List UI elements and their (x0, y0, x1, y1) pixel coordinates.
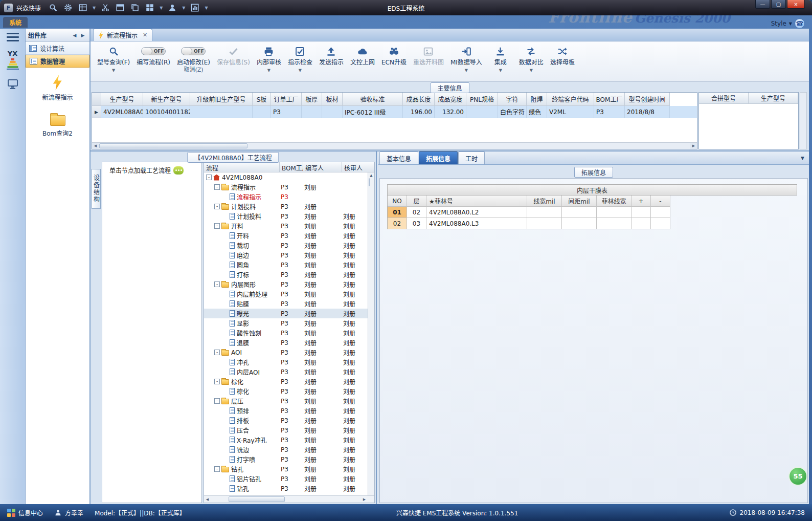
tree-row[interactable]: 层压 P3 刘册 刘册 (204, 396, 374, 406)
grid-cell[interactable] (253, 106, 271, 118)
chevron-down-icon[interactable]: ▼ (789, 21, 792, 26)
grid-cell[interactable]: 2018/8/8 (625, 106, 670, 118)
tree-row[interactable]: 棕化 P3 刘册 刘册 (204, 386, 374, 396)
component-item[interactable]: Bom查询2 (42, 112, 73, 137)
tree-row[interactable]: X-Ray冲孔 P3 刘册 刘册 (204, 435, 374, 445)
ribbon-button-integrate[interactable]: 集成 ▼ (486, 44, 515, 75)
table-cell[interactable] (527, 218, 562, 229)
table-column-header[interactable]: 间距mil (562, 196, 597, 207)
tree-row[interactable]: 裁切 P3 刘册 刘册 (204, 241, 374, 250)
monitor-icon[interactable] (7, 78, 19, 90)
grid-column-header[interactable]: 板厚 (302, 93, 322, 106)
grid-column-header[interactable]: 成品宽度 (435, 93, 466, 106)
scroll-right-icon[interactable]: ▶ (361, 496, 368, 503)
grid-column-header[interactable]: 板材 (322, 93, 343, 106)
tree-expander-icon[interactable] (214, 398, 220, 404)
tree-row[interactable]: 开料 P3 刘册 刘册 (204, 221, 374, 231)
scroll-left-icon[interactable]: ◀ (92, 143, 99, 149)
grid-cell[interactable] (190, 106, 253, 118)
grid-column-header[interactable]: S板 (253, 93, 271, 106)
current-user[interactable]: 方幸幸 (54, 508, 83, 517)
ribbon-button-model-query[interactable]: 型号查询(F) ▼ (95, 44, 132, 75)
tree-expander-icon[interactable] (214, 466, 220, 472)
tree-row[interactable]: AOI P3 刘册 刘册 (204, 348, 374, 357)
table-column-header[interactable]: + (631, 196, 651, 207)
table-cell[interactable]: 4V2ML088A0.L3 (426, 218, 527, 229)
table-cell[interactable] (562, 218, 597, 229)
maximize-button[interactable]: ▢ (771, 0, 786, 9)
ribbon-button-instruction-check[interactable]: 指示检查 ▼ (285, 44, 315, 75)
cancel-action-label[interactable]: 取消(Z) (184, 67, 203, 73)
grid-column-header[interactable]: 型号创建时间 (625, 93, 670, 106)
scissors-icon[interactable] (100, 2, 111, 13)
scroll-right-icon[interactable]: ▶ (690, 143, 697, 149)
grid-cell[interactable]: 4V2ML088A0 (101, 106, 143, 118)
table-cell[interactable] (597, 218, 631, 229)
info-center-button[interactable]: 信息中心 (7, 508, 43, 517)
dropdown-caret-icon[interactable]: ▼ (530, 68, 533, 73)
detail-tab[interactable]: 基本信息 (379, 151, 418, 164)
grid-column-header[interactable]: BOM工厂 (594, 93, 625, 106)
tree-row[interactable]: 内层AOI P3 刘册 刘册 (204, 367, 374, 377)
dropdown-caret-icon[interactable]: ▼ (112, 68, 115, 73)
dropdown-caret-icon[interactable]: ▼ (93, 6, 96, 10)
ribbon-button-doc-control-upload[interactable]: 文控上网 (348, 44, 377, 75)
ribbon-toggle-write-flow[interactable]: OFF 编写流程(R) (134, 44, 173, 75)
tree-column-header[interactable]: BOM工厂 (280, 162, 303, 172)
ribbon-button-data-compare[interactable]: 数据对比 ▼ (516, 44, 546, 75)
tree-row[interactable]: 打字喷 P3 刘册 刘册 (204, 454, 374, 464)
tree-expander-icon[interactable] (214, 350, 220, 355)
table-column-header[interactable]: NO (388, 196, 407, 207)
tree-row[interactable]: 曝光 P3 刘册 刘册 (204, 309, 374, 318)
grid-column-header[interactable]: 阻焊 (527, 93, 547, 106)
ribbon-button-ecn-upgrade[interactable]: ECN升级 (379, 44, 409, 75)
merge-grid-column-header[interactable]: 生产型号 (749, 93, 798, 104)
table-column-header[interactable]: 层 (407, 196, 426, 207)
tree-expander-icon[interactable] (206, 175, 212, 180)
grid-column-header[interactable]: 成品长度 (403, 93, 435, 106)
ribbon-button-save-info[interactable]: 保存信息(S) (214, 44, 253, 75)
table-cell[interactable] (631, 218, 651, 229)
tree-row[interactable]: 计划投料 P3 刘册 刘册 (204, 211, 374, 221)
ribbon-button-internal-audit[interactable]: 内部审核 ▼ (254, 44, 284, 75)
dropdown-caret-icon[interactable]: ▼ (299, 68, 302, 73)
grid-cell[interactable]: 132.00 (435, 106, 466, 118)
tree-row[interactable]: 贴膜 P3 刘册 刘册 (204, 299, 374, 309)
main-grid-horizontal-scrollbar[interactable]: ◀ ▶ (92, 142, 697, 149)
scrollbar-thumb[interactable] (229, 496, 285, 502)
table-cell[interactable]: 01 (388, 207, 407, 218)
tree-row[interactable]: 计划投料 P3 刘册 (204, 202, 374, 211)
panel-dropdown-caret-icon[interactable]: ▼ (801, 156, 804, 161)
ribbon-toggle-start-modify[interactable]: OFF 启动修改(E) 取消(Z) (174, 44, 213, 75)
table-row[interactable]: 02 03 4V2ML088A0.L3 (388, 218, 670, 229)
collapse-left-icon[interactable]: ◀ (71, 31, 79, 39)
tree-expander-icon[interactable] (214, 379, 220, 384)
tree-column-header[interactable]: 编写人 (303, 162, 342, 172)
table-column-header[interactable]: 线宽mil (527, 196, 562, 207)
grid-cell[interactable] (302, 106, 322, 118)
component-item[interactable]: 新流程指示 (42, 75, 73, 101)
tree-row[interactable]: 内层前处理 P3 刘册 刘册 (204, 289, 374, 299)
main-info-vertical-scrollbar[interactable] (800, 92, 807, 149)
dropdown-caret-icon[interactable]: ▼ (499, 68, 502, 73)
tree-row[interactable]: 酸性蚀刻 P3 刘册 刘册 (204, 328, 374, 338)
phone-icon[interactable]: ☎ (795, 18, 805, 29)
scrollbar-thumb[interactable] (99, 143, 247, 148)
tree-row[interactable]: 铝片钻孔 P3 刘册 刘册 (204, 474, 374, 484)
table-column-header[interactable]: - (651, 196, 670, 207)
tab-new-process-instruction[interactable]: 新流程指示 ✕ (93, 29, 152, 41)
menu-icon[interactable] (7, 33, 19, 41)
tree-expander-icon[interactable] (214, 204, 220, 209)
grid-cell[interactable]: P3 (271, 106, 302, 118)
table-row[interactable]: 01 02 4V2ML088A0.L2 (388, 207, 670, 218)
grid-cell[interactable] (322, 106, 343, 118)
notification-badge[interactable]: 55 (788, 467, 807, 486)
tree-row[interactable]: 圆角 P3 刘册 刘册 (204, 260, 374, 270)
dropdown-caret-icon[interactable]: ▼ (267, 68, 270, 73)
ribbon-button-mi-data-import[interactable]: MI数据导入 ▼ (448, 44, 485, 75)
ribbon-button-send-instruction[interactable]: 发送指示 (317, 44, 346, 75)
tree-row[interactable]: 开料 P3 刘册 刘册 (204, 231, 374, 241)
dropdown-caret-icon[interactable]: ▼ (205, 6, 208, 10)
tree-expander-icon[interactable] (214, 223, 220, 229)
tree-row[interactable]: 4V2ML088A0 (204, 172, 374, 182)
